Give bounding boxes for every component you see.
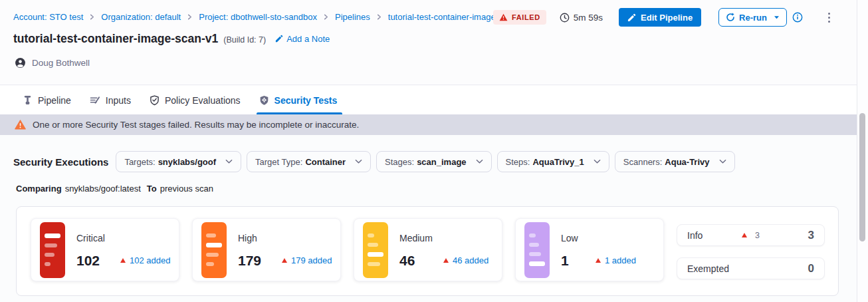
comparing-to-label: To (147, 184, 157, 194)
author-row: Doug Bothwell (15, 57, 90, 69)
header-actions: FAILED 5m 59s Edit Pipeline Re-run (493, 8, 834, 27)
severity-count: 1 (561, 253, 581, 269)
severity-delta-text: 46 added (453, 255, 488, 265)
filter-steps[interactable]: Steps: AquaTrivy_1 (497, 151, 609, 172)
breadcrumb-pipelines[interactable]: Pipelines (335, 12, 370, 22)
secondary-severity-column: Info 3 3 Exempted 0 (677, 218, 825, 295)
severity-delta-text: 1 added (605, 255, 636, 265)
severity-card-low: Low 1 1 added (515, 218, 664, 281)
filter-chips: Targets: snyklabs/goof Target Type: Cont… (116, 151, 734, 172)
comparing-target: snyklabs/goof:latest (65, 184, 141, 194)
rerun-button[interactable]: Re-run (718, 8, 787, 27)
title-row: tutorial-test-container-image-scan-v1 (B… (13, 32, 330, 46)
filter-value: Container (305, 157, 346, 167)
status-badge-label: FAILED (512, 13, 540, 21)
info-circle-icon[interactable] (792, 12, 803, 23)
breadcrumb-organization[interactable]: Organization: default (101, 12, 181, 22)
add-note-label: Add a Note (286, 34, 330, 44)
breadcrumb-account[interactable]: Account: STO test (13, 12, 83, 22)
scrollbar-thumb[interactable] (859, 113, 865, 241)
exempted-label: Exempted (687, 263, 729, 274)
filter-label: Target Type: (255, 157, 302, 167)
severity-label: Critical (76, 233, 170, 243)
shield-check-icon (150, 95, 160, 106)
tab-label: Inputs (106, 95, 131, 106)
chevron-down-icon (594, 159, 601, 164)
filter-target-type[interactable]: Target Type: Container (247, 151, 371, 172)
duration-value: 5m 59s (574, 13, 603, 23)
triangle-up-icon (282, 258, 287, 263)
severity-label: Medium (399, 233, 488, 243)
clock-icon (560, 13, 570, 23)
user-avatar-icon (15, 57, 26, 69)
chevron-down-icon (225, 159, 233, 164)
tab-pipeline[interactable]: Pipeline (23, 86, 71, 114)
breadcrumb-project[interactable]: Project: dbothwell-sto-sandbox (199, 12, 317, 22)
severity-delta: 46 added (443, 255, 488, 265)
critical-severity-icon (40, 222, 65, 278)
chevron-down-icon (355, 159, 362, 164)
warning-triangle-icon (15, 120, 26, 130)
filter-scanners[interactable]: Scanners: Aqua-Trivy (615, 151, 735, 172)
info-label: Info (687, 230, 703, 241)
filter-label: Stages: (385, 157, 414, 167)
inputs-icon (90, 95, 100, 105)
filter-label: Steps: (506, 157, 530, 167)
filter-stages[interactable]: Stages: scan_image (376, 151, 492, 172)
security-tests-content: Security Executions Targets: snyklabs/go… (0, 135, 857, 302)
severity-count: 102 (76, 253, 106, 269)
warning-banner-message: One or more Security Test stages failed.… (33, 120, 359, 130)
tab-label: Pipeline (38, 95, 71, 106)
build-id: (Build Id: 7) (223, 35, 266, 45)
tab-label: Security Tests (274, 95, 338, 106)
tab-label: Policy Evaluations (165, 95, 241, 106)
filter-value: scan_image (417, 157, 466, 167)
chevron-right-icon (376, 14, 382, 20)
tab-policy-evaluations[interactable]: Policy Evaluations (150, 86, 241, 114)
page-title: tutorial-test-container-image-scan-v1 (13, 32, 218, 46)
severity-card-critical: Critical 102 102 added (31, 218, 179, 281)
info-delta: 3 (742, 231, 760, 240)
severity-count: 46 (399, 253, 429, 269)
filter-targets[interactable]: Targets: snyklabs/goof (116, 151, 241, 172)
low-severity-icon (524, 222, 550, 278)
severity-delta: 1 added (596, 255, 636, 265)
edit-pipeline-label: Edit Pipeline (641, 13, 693, 23)
triangle-up-icon (443, 258, 449, 263)
chevron-down-icon[interactable] (774, 15, 780, 20)
status-badge: FAILED (493, 10, 546, 25)
duration: 5m 59s (560, 13, 603, 23)
comparing-label: Comparing (16, 184, 62, 194)
severity-card-medium: Medium 46 46 added (354, 218, 502, 281)
high-severity-icon (201, 222, 227, 278)
severity-label: Low (561, 233, 636, 243)
tab-bar: Pipeline Inputs Policy Evaluations Secur… (0, 86, 857, 114)
breadcrumb: Account: STO test Organization: default … (13, 12, 528, 22)
warning-banner: One or more Security Test stages failed.… (0, 114, 857, 135)
triangle-up-icon (120, 258, 126, 263)
warning-triangle-icon (499, 13, 508, 21)
severity-delta-text: 179 added (291, 255, 332, 265)
severity-label: High (238, 233, 332, 243)
medium-severity-icon (363, 222, 388, 278)
pipeline-execution-page: Account: STO test Organization: default … (0, 0, 868, 302)
tab-security-tests[interactable]: Security Tests (259, 86, 338, 114)
filter-value: AquaTrivy_1 (532, 157, 584, 167)
info-count: 3 (808, 229, 814, 242)
tab-inputs[interactable]: Inputs (90, 86, 131, 114)
triangle-up-icon (742, 233, 747, 237)
edit-pipeline-button[interactable]: Edit Pipeline (619, 8, 701, 27)
add-note-button[interactable]: Add a Note (275, 34, 330, 44)
severity-card-high: High 179 179 added (192, 218, 341, 281)
chevron-down-icon (476, 159, 483, 164)
pencil-icon (275, 35, 283, 43)
pencil-icon (627, 13, 636, 22)
more-options-button[interactable] (824, 10, 834, 25)
severity-delta-text: 102 added (130, 255, 170, 265)
severity-count: 179 (238, 253, 267, 269)
severity-delta: 179 added (282, 255, 332, 265)
filter-label: Targets: (124, 157, 155, 167)
pipeline-icon (23, 95, 33, 105)
refresh-icon (726, 13, 735, 22)
rerun-label: Re-run (739, 13, 767, 23)
